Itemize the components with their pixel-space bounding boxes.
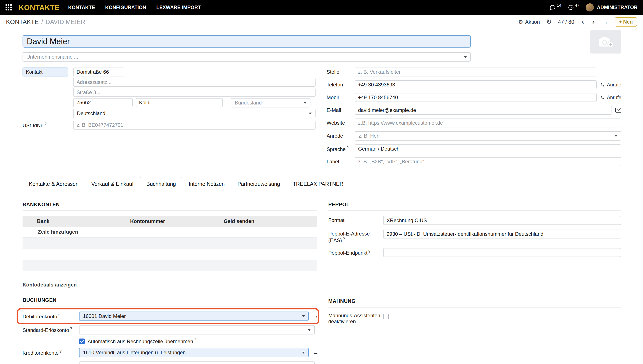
anrufe-link-mobil[interactable]: Anrufe [600, 95, 621, 100]
internal-link-arrow[interactable]: → [313, 313, 319, 319]
peppol-format-input[interactable] [383, 216, 621, 225]
auto-uebernehmen-checkbox[interactable] [79, 338, 85, 344]
street-input[interactable] [73, 68, 125, 76]
control-panel: KONTAKTE / DAVID MEIER ⚙ Aktion ↻ 47 / 8… [0, 15, 643, 29]
pager-next-button[interactable]: › [591, 18, 596, 26]
new-button-label: Neu [623, 19, 633, 25]
address-column: Kontakt Bundesland [23, 68, 317, 170]
activities-button[interactable]: 47 [568, 4, 579, 10]
label-label: Label [327, 159, 355, 164]
help-icon[interactable]: ? [343, 237, 345, 241]
help-icon[interactable]: ? [346, 146, 348, 150]
country-select[interactable]: Deutschland [73, 109, 316, 118]
apps-grid-icon[interactable] [6, 4, 12, 10]
kreditorenkonto-value: 1610 Verbindl. aus Lieferungen u. Leistu… [83, 350, 186, 356]
tab-interne-notizen[interactable]: Interne Notizen [182, 177, 231, 191]
anrede-label: Anrede [327, 133, 355, 139]
new-button[interactable]: + Neu [615, 17, 637, 26]
pager-previous-button[interactable]: ‹ [581, 18, 585, 26]
website-input[interactable] [355, 118, 621, 128]
city-input[interactable] [136, 98, 223, 107]
mahnung-deactivate-checkbox[interactable] [383, 314, 389, 320]
contact-form: Unternehmensname ... Kontakt [0, 29, 643, 170]
contact-type-select[interactable]: Kontakt [23, 68, 68, 76]
menu-kontakte[interactable]: KONTAKTE [68, 5, 95, 10]
sprache-input[interactable] [355, 144, 621, 153]
kontodetails-link[interactable]: Kontodetails anzeigen [23, 282, 77, 288]
company-select[interactable]: Unternehmensname ... [23, 52, 471, 62]
action-menu-button[interactable]: ⚙ Aktion [518, 19, 540, 25]
user-name: ADMINISTRATOR [597, 5, 637, 10]
standardkonto-label: Standard- [23, 363, 79, 364]
help-icon[interactable]: ? [70, 326, 72, 331]
help-icon[interactable]: ? [59, 349, 62, 354]
email-label: E-Mail [327, 107, 355, 113]
erloeskonto-select[interactable] [79, 325, 315, 334]
debitorenkonto-select[interactable]: 16001 David Meier [79, 312, 309, 321]
mobil-input[interactable] [355, 93, 597, 102]
stelle-input[interactable] [355, 68, 597, 76]
buchungen-section: BUCHUNGEN Debitorenkonto? 16001 David Me… [23, 297, 317, 364]
breadcrumb-separator: / [41, 18, 43, 26]
peppol-endpoint-input[interactable] [383, 248, 621, 257]
caret-down-icon [302, 315, 305, 317]
internal-link-arrow[interactable]: → [313, 350, 319, 356]
empty-table-row [23, 238, 317, 249]
state-placeholder: Bundesland [235, 100, 262, 106]
street3-input[interactable] [73, 88, 316, 97]
messages-button[interactable]: 14 [549, 4, 561, 10]
kreditorenkonto-select[interactable]: 1610 Verbindl. aus Lieferungen u. Leistu… [79, 348, 309, 357]
expand-icon[interactable]: ↔ [602, 19, 608, 25]
mahnung-deactivate-label: Mahnungs-Assistenten deaktivieren [328, 312, 383, 324]
envelope-icon [615, 108, 621, 112]
help-icon[interactable]: ? [368, 249, 370, 254]
right-group: PEPPOL Format Peppol-E-Adresse (EAS)? Pe… [328, 202, 621, 324]
anrede-select[interactable]: z. B. Herr [355, 131, 621, 140]
menu-konfiguration[interactable]: KONFIGURATION [105, 5, 146, 10]
mahnung-row: Mahnungs-Assistenten deaktivieren [328, 312, 621, 324]
tab-partnerzuweisung[interactable]: Partnerzuweisung [231, 177, 286, 191]
help-icon[interactable]: ? [58, 313, 60, 317]
label-input[interactable] [355, 157, 621, 166]
anrufe-label: Anrufe [607, 82, 621, 88]
contact-details-column: Stelle Telefon Anrufe Mobil Anrufe [327, 68, 621, 170]
mahnung-section: MAHNUNG Mahnungs-Assistenten deaktiviere… [328, 298, 621, 324]
gear-icon: ⚙ [518, 19, 523, 25]
user-menu[interactable]: ADMINISTRATOR [586, 4, 637, 12]
mobil-label: Mobil [327, 94, 355, 100]
vat-input[interactable] [73, 121, 316, 130]
tab-kontakte-adressen[interactable]: Kontakte & Adressen [23, 177, 85, 191]
standardkonto-select[interactable] [79, 362, 315, 364]
breadcrumb-root[interactable]: KONTAKTE [6, 18, 39, 26]
telefon-input[interactable] [355, 80, 597, 89]
image-upload-placeholder[interactable] [590, 30, 621, 54]
tab-buchhaltung[interactable]: Buchhaltung [140, 177, 182, 191]
tab-treelax-partner[interactable]: TREELAX PARTNER [286, 177, 350, 191]
peppol-eas-input[interactable] [383, 230, 621, 238]
zip-input[interactable] [73, 98, 133, 107]
app-brand[interactable]: KONTAKTE [19, 4, 60, 12]
help-icon[interactable]: ? [45, 122, 47, 126]
menu-lexware-import[interactable]: LEXWARE IMPORT [156, 5, 201, 10]
state-select[interactable]: Bundesland [231, 98, 310, 108]
anrufe-link-telefon[interactable]: Anrufe [600, 82, 621, 88]
activities-count: 47 [575, 3, 579, 8]
company-placeholder: Unternehmensname ... [26, 54, 78, 60]
auto-uebernehmen-row: Automatisch aus Rechnungszeile übernehme… [79, 338, 317, 344]
add-bank-row-link[interactable]: Zeile hinzufügen [23, 226, 317, 238]
caret-down-icon [464, 56, 467, 58]
street2-input[interactable] [73, 78, 316, 87]
send-email-button[interactable] [615, 108, 621, 112]
camera-plus-icon [597, 35, 614, 49]
caret-down-icon [309, 112, 312, 114]
name-input[interactable] [23, 35, 471, 48]
tab-verkauf-einkauf[interactable]: Verkauf & Einkauf [85, 177, 140, 191]
help-icon[interactable]: ? [194, 338, 196, 342]
caret-down-icon [302, 352, 305, 354]
messages-count: 14 [557, 3, 561, 8]
email-input[interactable] [355, 106, 612, 115]
chat-icon [549, 4, 556, 10]
refresh-icon[interactable]: ↻ [546, 19, 552, 25]
clock-icon [568, 4, 574, 10]
stelle-label: Stelle [327, 69, 355, 75]
